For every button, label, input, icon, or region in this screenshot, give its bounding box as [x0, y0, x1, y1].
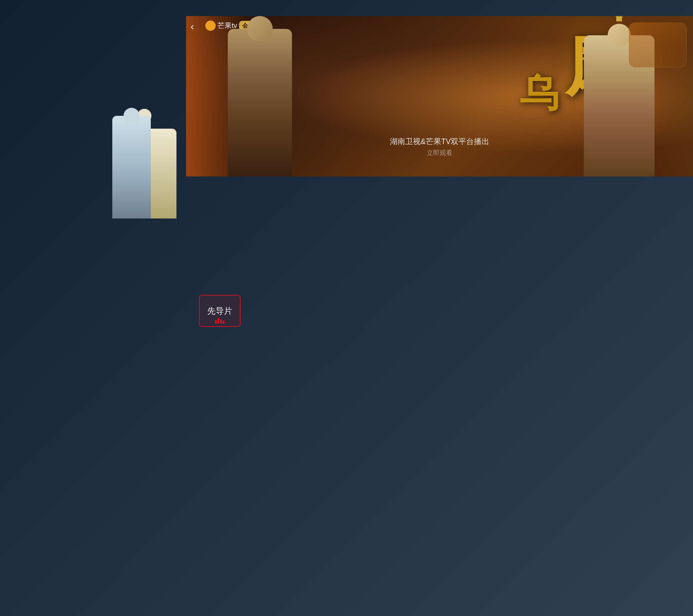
- male-figure: [112, 116, 151, 218]
- male-head: [123, 108, 140, 124]
- dragon-decoration: [629, 22, 687, 67]
- mini-card-2[interactable]: [64, 368, 116, 445]
- left-panel: 12:12 A ▾ ▲ ▓ 🔍 猎冰 🕐 ⬇ 首页 云影院 电视剧 电影 综艺 …: [0, 0, 186, 616]
- bar-1: [215, 320, 217, 324]
- left-hero-figure: [212, 29, 308, 176]
- playing-icon: [215, 318, 224, 324]
- episode-preview-label: 先导片: [207, 305, 232, 317]
- second-row: [0, 360, 186, 445]
- episode-preview-content: 先导片: [207, 305, 232, 317]
- back-button[interactable]: ‹: [191, 21, 194, 33]
- bar-3: [220, 319, 222, 324]
- dragon-shape: [629, 22, 687, 67]
- episode-preview[interactable]: 先导片: [199, 295, 241, 327]
- male-body-right: [228, 29, 292, 176]
- broadcast-sub: 立即观看: [390, 148, 490, 157]
- couple-figures: [112, 116, 176, 218]
- mini-card-2-bg: [64, 368, 116, 445]
- male-head-right: [247, 16, 273, 42]
- hero-video-banner[interactable]: ‹ 芒果tv 会员尊享 凤 乌 ♛: [186, 16, 693, 176]
- hero-title-wu: 乌: [520, 67, 558, 120]
- crown-decoration: ♛: [613, 16, 625, 24]
- female-head-right: [608, 24, 631, 47]
- bar-2: [218, 318, 219, 324]
- bar-4: [223, 320, 224, 324]
- broadcast-text: 湖南卫视&芒果TV双平台播出: [390, 136, 490, 146]
- broadcast-info: 湖南卫视&芒果TV双平台播出 立即观看: [390, 136, 490, 157]
